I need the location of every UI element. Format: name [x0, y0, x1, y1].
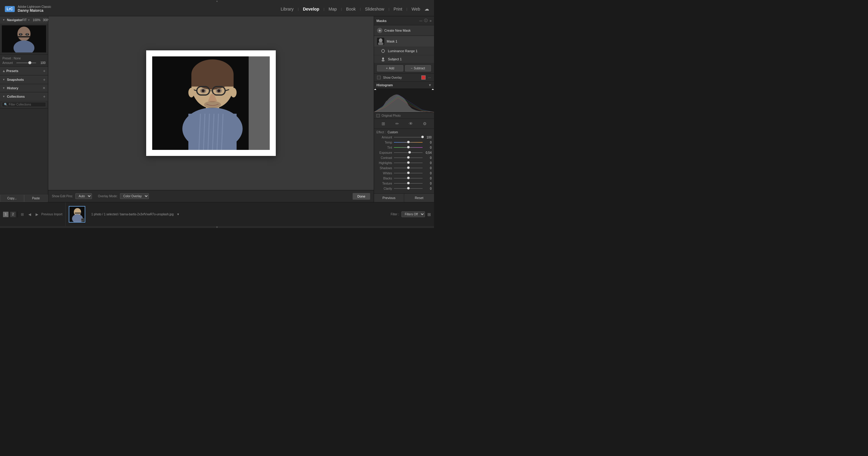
navigator-header[interactable]: ▼ Navigator FIT ▼ 100% 300% [0, 16, 48, 24]
filmstrip-grid-icon[interactable]: ⊞ [20, 212, 25, 217]
filmstrip-page-1[interactable]: 1 [3, 212, 8, 217]
previous-import-label: Previous Import [41, 212, 62, 216]
amount-thumb[interactable] [421, 136, 424, 138]
mask-1-item[interactable]: Mask 1 [374, 36, 434, 47]
highlights-track[interactable] [394, 163, 423, 163]
highlights-thumb[interactable] [407, 161, 410, 164]
subtract-button[interactable]: − Subtract [405, 65, 431, 72]
bottom-toolbar: Show Edit Pins: Auto Overlay Mode: Color… [48, 190, 374, 202]
history-header[interactable]: ▼ History ✕ [0, 84, 48, 92]
overlay-more-icon[interactable]: ··· [428, 76, 431, 80]
clarity-thumb[interactable] [407, 187, 410, 190]
histogram-arrow[interactable]: ▼ [428, 83, 432, 87]
original-photo-row: Original Photo [374, 113, 434, 118]
nav-book[interactable]: Book [344, 5, 358, 13]
settings-icon[interactable]: ⚙ [422, 121, 428, 127]
snapshots-add[interactable]: + [43, 77, 45, 82]
amount-label: Amount [2, 61, 14, 64]
filmstrip-next-icon[interactable]: ▶ [34, 212, 39, 217]
masks-info-icon[interactable]: ⓘ [424, 18, 428, 23]
filter-select[interactable]: Filters Off [401, 211, 425, 217]
masking-icon[interactable]: 👁 [408, 121, 414, 127]
whites-track[interactable] [394, 173, 423, 173]
original-photo-checkbox[interactable] [376, 114, 380, 117]
filter-collections-input[interactable] [9, 103, 44, 106]
effect-custom[interactable]: Custom [388, 131, 398, 134]
snapshots-title: Snapshots [7, 78, 24, 81]
masks-expand-icon[interactable]: » [430, 19, 432, 23]
reset-button[interactable]: Reset [404, 194, 434, 202]
snapshots-header[interactable]: ▼ Snapshots + [0, 76, 48, 84]
whites-thumb[interactable] [407, 172, 410, 174]
filmstrip-grid-view-icon[interactable]: ⊞ [427, 212, 431, 217]
nav-print[interactable]: Print [391, 5, 405, 13]
collections-header[interactable]: ▼ Collections + [0, 92, 48, 101]
healing-icon[interactable]: ✏ [394, 121, 400, 127]
contrast-thumb[interactable] [407, 156, 410, 159]
filter-search-icon: 🔍 [4, 103, 7, 106]
tint-thumb[interactable] [407, 146, 410, 148]
collections-add[interactable]: + [43, 94, 45, 99]
presets-title: Presets [6, 69, 19, 73]
contrast-val: 0 [423, 156, 432, 160]
add-icon: + [386, 67, 388, 70]
create-new-mask-button[interactable]: + Create New Mask [374, 25, 434, 36]
texture-track[interactable] [394, 183, 423, 184]
filmstrip-thumbnail-1[interactable]: ✏ [69, 206, 85, 223]
paste-button[interactable]: Paste [24, 195, 48, 202]
zoom-100[interactable]: 100% [33, 19, 41, 22]
luminance-range-item[interactable]: Luminance Range 1 [374, 47, 434, 55]
navigator-title: Navigator [7, 18, 22, 22]
svg-rect-11 [191, 75, 234, 87]
filmstrip-prev-icon[interactable]: ◀ [27, 212, 32, 217]
fit-label[interactable]: FIT ▼ [22, 19, 30, 22]
presets-header[interactable]: ▶ Presets + [0, 67, 48, 75]
history-clear[interactable]: ✕ [42, 86, 45, 90]
histogram-title: Histogram [376, 83, 393, 87]
subject-1-item[interactable]: Subject 1 [374, 55, 434, 63]
temp-thumb[interactable] [407, 141, 410, 143]
shadows-thumb[interactable] [407, 167, 410, 169]
svg-point-32 [230, 88, 237, 97]
amount-track[interactable] [394, 137, 423, 138]
copy-paste-row: Copy... Paste [0, 194, 48, 202]
show-overlay-checkbox[interactable] [377, 76, 381, 79]
amount-slider[interactable] [16, 62, 36, 63]
temp-label: Temp [376, 141, 394, 144]
svg-point-28 [202, 89, 205, 92]
presets-add[interactable]: + [43, 68, 45, 73]
temp-track[interactable] [394, 142, 423, 143]
collections-title: Collections [7, 95, 25, 98]
show-edit-pins-select[interactable]: Auto [75, 193, 92, 199]
exposure-track[interactable] [394, 152, 423, 153]
texture-thumb[interactable] [407, 182, 410, 184]
cloud-icon[interactable]: ☁ [424, 6, 429, 12]
overlay-color-swatch[interactable] [421, 76, 426, 80]
blacks-track[interactable] [394, 178, 423, 178]
done-button[interactable]: Done [352, 193, 370, 200]
bottom-collapse-arrow[interactable]: ▼ [0, 226, 434, 228]
masks-minimize-icon[interactable]: — [419, 19, 422, 22]
previous-button[interactable]: Previous [374, 194, 404, 202]
copy-button[interactable]: Copy... [0, 195, 24, 202]
app-user: Danny Maiorca [18, 8, 51, 13]
nav-slideshow[interactable]: Slideshow [363, 5, 387, 13]
nav-library[interactable]: Library [278, 5, 296, 13]
amount-val: 100 [423, 136, 432, 139]
overlay-mode-select[interactable]: Color Overlay [120, 193, 149, 199]
nav-develop[interactable]: Develop [301, 5, 321, 13]
clarity-track[interactable] [394, 188, 423, 189]
exposure-thumb[interactable] [408, 151, 411, 153]
luminance-range-label: Luminance Range 1 [388, 49, 417, 53]
tint-track[interactable] [394, 147, 423, 148]
nav-web[interactable]: Web [409, 5, 423, 13]
shadows-track[interactable] [394, 168, 423, 168]
filmstrip-page-2[interactable]: 2 [10, 212, 16, 217]
photo-dropdown-icon[interactable]: ▼ [177, 212, 180, 216]
add-button[interactable]: + Add [377, 65, 403, 72]
contrast-track[interactable] [394, 158, 423, 158]
blacks-thumb[interactable] [407, 177, 410, 179]
nav-map[interactable]: Map [326, 5, 339, 13]
presets-section: ▶ Presets + [0, 67, 48, 76]
crop-icon[interactable]: ⊞ [380, 121, 386, 127]
